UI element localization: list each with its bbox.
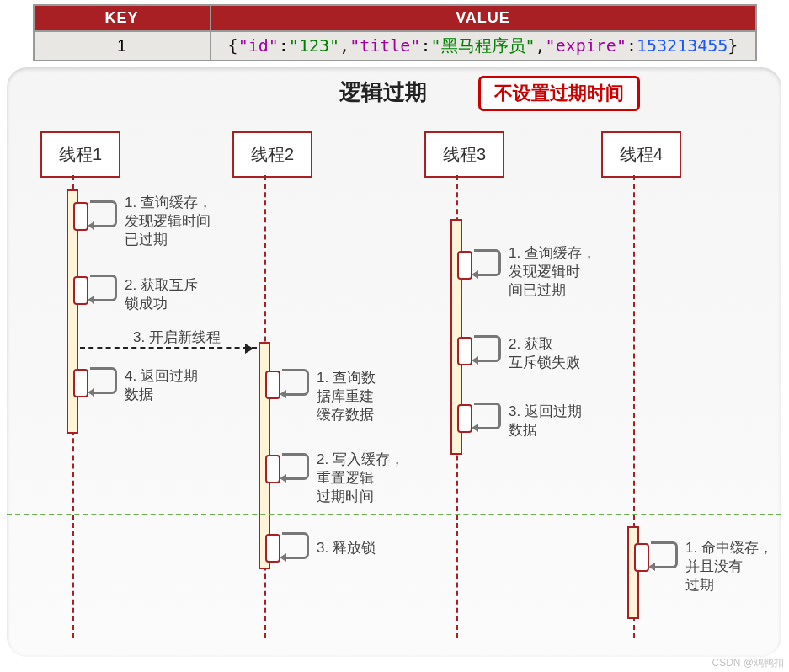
td-value: {"id":"123","title":"黑马程序员","expire":153… (211, 31, 756, 61)
panel-title: 逻辑过期 (339, 77, 427, 107)
label-t2-2: 2. 写入缓存， 重置逻辑 过期时间 (317, 451, 404, 506)
label-t1-4: 4. 返回过期 数据 (125, 367, 198, 404)
label-t2-3: 3. 释放锁 (317, 539, 376, 557)
self-arrow-icon (90, 275, 117, 301)
self-arrow-icon (282, 453, 309, 480)
label-t1-1: 1. 查询缓存， 发现逻辑时间 已过期 (125, 194, 212, 249)
self-arrow-icon (282, 369, 309, 396)
th-value: VALUE (211, 5, 756, 31)
sequence-panel: 逻辑过期 不设置过期时间 线程1 线程2 线程3 线程4 1. 查询缓存， 发现… (7, 67, 781, 657)
message-arrow (80, 347, 257, 349)
label-t3-2: 2. 获取 互斥锁失败 (509, 335, 580, 372)
self-arrow-icon (474, 249, 501, 276)
panel-badge: 不设置过期时间 (478, 76, 640, 111)
lane-head-2: 线程2 (232, 131, 312, 178)
self-arrow-icon (474, 403, 501, 429)
label-t3-1: 1. 查询缓存， 发现逻辑时 间已过期 (509, 244, 596, 300)
activation-4 (627, 526, 639, 619)
label-t2-1: 1. 查询数 据库重建 缓存数据 (317, 369, 376, 424)
label-t3-3: 3. 返回过期 数据 (509, 403, 582, 440)
self-arrow-icon (90, 367, 117, 394)
label-t1-3: 3. 开启新线程 (133, 328, 221, 347)
kv-table: KEY VALUE 1 {"id":"123","title":"黑马程序员",… (33, 4, 757, 61)
th-key: KEY (34, 5, 211, 31)
lane-head-1: 线程1 (40, 131, 120, 178)
self-arrow-icon (282, 532, 309, 559)
lane-head-3: 线程3 (424, 131, 504, 178)
label-t4-1: 1. 命中缓存， 并且没有 过期 (685, 539, 773, 595)
td-key: 1 (34, 31, 211, 61)
time-divider (7, 514, 781, 515)
lane-head-4: 线程4 (601, 131, 681, 178)
watermark: CSDN @鸡鸭扣 (712, 656, 784, 670)
self-arrow-icon (90, 200, 117, 227)
label-t1-2: 2. 获取互斥 锁成功 (125, 276, 198, 313)
self-arrow-icon (651, 541, 678, 568)
self-arrow-icon (474, 335, 501, 362)
